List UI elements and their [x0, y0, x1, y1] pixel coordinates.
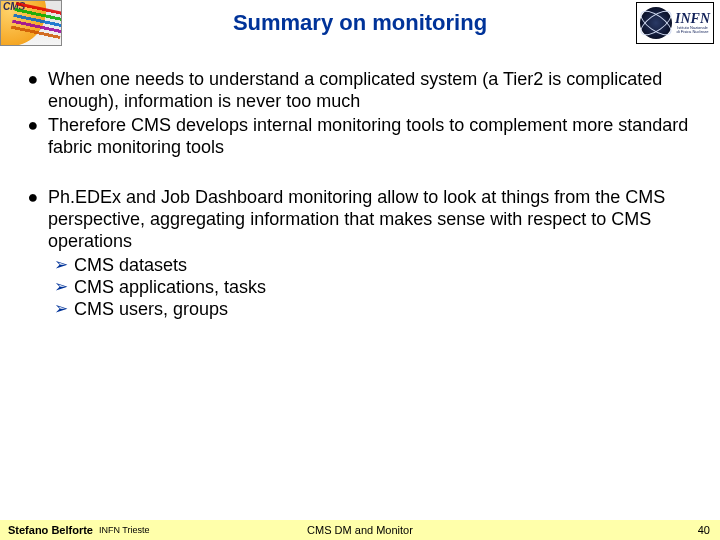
sub-bullet-text: CMS applications, tasks	[74, 276, 700, 298]
slide-title: Summary on monitoring	[0, 0, 720, 36]
bullet-dot-icon: ●	[18, 68, 48, 90]
bullet-dot-icon: ●	[18, 114, 48, 136]
chevron-right-icon: ➢	[48, 276, 74, 298]
bullet-group-2: ● Ph.EDEx and Job Dashboard monitoring a…	[18, 186, 700, 320]
bullet-group-1: ● When one needs to understand a complic…	[18, 68, 700, 158]
slide: CMS Summary on monitoring INFN Istituto …	[0, 0, 720, 540]
footer-affiliation: INFN Trieste	[99, 525, 150, 535]
infn-logo-text: INFN Istituto Nazionale di Fisica Nuclea…	[675, 12, 710, 34]
bullet-text: Therefore CMS develops internal monitori…	[48, 114, 700, 158]
sub-bullet-text: CMS datasets	[74, 254, 700, 276]
sub-bullet-text: CMS users, groups	[74, 298, 700, 320]
cms-logo-text: CMS	[3, 1, 25, 12]
bullet-item: ● Ph.EDEx and Job Dashboard monitoring a…	[18, 186, 700, 252]
slide-footer: Stefano Belforte INFN Trieste CMS DM and…	[0, 520, 720, 540]
sub-bullet-item: ➢ CMS users, groups	[18, 298, 700, 320]
footer-author: Stefano Belforte	[8, 524, 93, 536]
slide-body: ● When one needs to understand a complic…	[0, 48, 720, 320]
bullet-item: ● When one needs to understand a complic…	[18, 68, 700, 112]
slide-header: CMS Summary on monitoring INFN Istituto …	[0, 0, 720, 48]
infn-sub2: di Fisica Nucleare	[675, 30, 710, 34]
sub-bullet-item: ➢ CMS applications, tasks	[18, 276, 700, 298]
infn-logo-icon: INFN Istituto Nazionale di Fisica Nuclea…	[636, 2, 714, 44]
footer-page-number: 40	[698, 524, 710, 536]
cms-logo-icon: CMS	[0, 0, 62, 46]
infn-label: INFN	[675, 12, 710, 26]
bullet-item: ● Therefore CMS develops internal monito…	[18, 114, 700, 158]
bullet-text: Ph.EDEx and Job Dashboard monitoring all…	[48, 186, 700, 252]
chevron-right-icon: ➢	[48, 298, 74, 320]
chevron-right-icon: ➢	[48, 254, 74, 276]
footer-center: CMS DM and Monitor	[307, 524, 413, 536]
sub-bullet-item: ➢ CMS datasets	[18, 254, 700, 276]
infn-disc-icon	[640, 7, 672, 39]
bullet-text: When one needs to understand a complicat…	[48, 68, 700, 112]
bullet-dot-icon: ●	[18, 186, 48, 208]
